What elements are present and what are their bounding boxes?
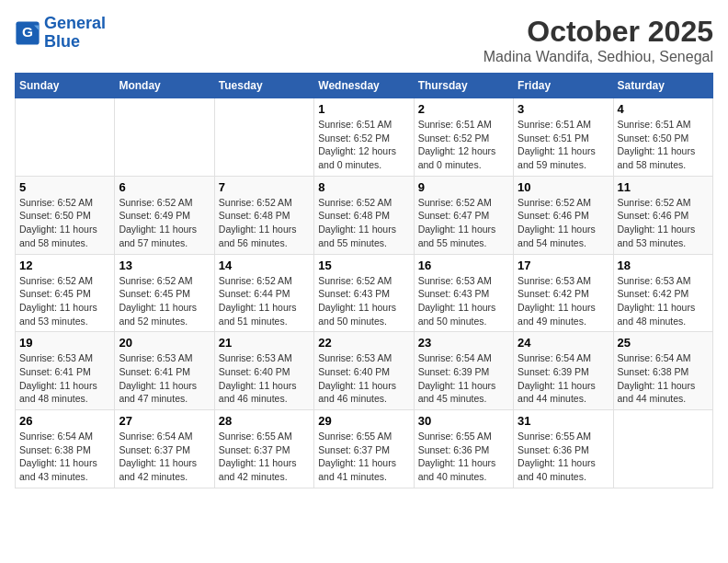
cell-day-number: 18	[618, 259, 709, 272]
cell-day-number: 13	[119, 259, 210, 272]
cell-info: Sunrise: 6:51 AM Sunset: 6:51 PM Dayligh…	[518, 118, 609, 172]
column-header-wednesday: Wednesday	[314, 74, 414, 98]
page-title: October 2025	[483, 15, 713, 49]
page-header: G General Blue October 2025 Madina Wandi…	[15, 15, 713, 65]
cell-day-number: 3	[518, 102, 609, 116]
column-header-tuesday: Tuesday	[214, 74, 313, 98]
calendar-week-row: 1Sunrise: 6:51 AM Sunset: 6:52 PM Daylig…	[16, 98, 713, 177]
cell-info: Sunrise: 6:52 AM Sunset: 6:45 PM Dayligh…	[19, 274, 110, 328]
calendar-cell: 30Sunrise: 6:55 AM Sunset: 6:36 PM Dayli…	[414, 410, 513, 488]
calendar-cell: 26Sunrise: 6:54 AM Sunset: 6:38 PM Dayli…	[16, 410, 115, 488]
cell-info: Sunrise: 6:52 AM Sunset: 6:46 PM Dayligh…	[518, 196, 609, 250]
cell-day-number: 31	[518, 414, 609, 428]
cell-day-number: 24	[518, 336, 609, 350]
cell-info: Sunrise: 6:52 AM Sunset: 6:47 PM Dayligh…	[418, 196, 509, 250]
calendar-cell: 17Sunrise: 6:53 AM Sunset: 6:42 PM Dayli…	[514, 254, 613, 332]
cell-info: Sunrise: 6:52 AM Sunset: 6:44 PM Dayligh…	[219, 274, 310, 328]
calendar-cell: 14Sunrise: 6:52 AM Sunset: 6:44 PM Dayli…	[214, 254, 313, 332]
cell-info: Sunrise: 6:55 AM Sunset: 6:36 PM Dayligh…	[518, 430, 609, 484]
cell-day-number: 28	[219, 414, 310, 428]
cell-info: Sunrise: 6:52 AM Sunset: 6:50 PM Dayligh…	[19, 196, 110, 250]
calendar-cell: 18Sunrise: 6:53 AM Sunset: 6:42 PM Dayli…	[613, 254, 712, 332]
cell-day-number: 4	[618, 102, 709, 116]
calendar-cell: 4Sunrise: 6:51 AM Sunset: 6:50 PM Daylig…	[613, 98, 712, 177]
calendar-cell: 31Sunrise: 6:55 AM Sunset: 6:36 PM Dayli…	[514, 410, 613, 488]
cell-day-number: 16	[418, 259, 509, 272]
cell-info: Sunrise: 6:51 AM Sunset: 6:52 PM Dayligh…	[318, 118, 409, 172]
cell-info: Sunrise: 6:54 AM Sunset: 6:38 PM Dayligh…	[19, 430, 110, 484]
cell-day-number: 6	[119, 180, 210, 194]
cell-info: Sunrise: 6:54 AM Sunset: 6:39 PM Dayligh…	[518, 351, 609, 406]
calendar-cell: 7Sunrise: 6:52 AM Sunset: 6:48 PM Daylig…	[214, 176, 313, 254]
calendar-cell: 15Sunrise: 6:52 AM Sunset: 6:43 PM Dayli…	[314, 254, 414, 332]
cell-day-number: 11	[618, 180, 709, 194]
logo: G General Blue	[15, 15, 106, 52]
logo-icon: G	[15, 20, 40, 46]
calendar-cell: 29Sunrise: 6:55 AM Sunset: 6:37 PM Dayli…	[314, 410, 414, 488]
calendar-cell: 20Sunrise: 6:53 AM Sunset: 6:41 PM Dayli…	[115, 332, 214, 410]
cell-info: Sunrise: 6:53 AM Sunset: 6:41 PM Dayligh…	[19, 351, 110, 406]
cell-info: Sunrise: 6:52 AM Sunset: 6:48 PM Dayligh…	[318, 196, 409, 250]
cell-day-number: 10	[518, 180, 609, 194]
cell-day-number: 15	[318, 259, 409, 272]
cell-day-number: 8	[318, 180, 409, 194]
cell-info: Sunrise: 6:54 AM Sunset: 6:39 PM Dayligh…	[418, 351, 509, 406]
calendar-cell: 22Sunrise: 6:53 AM Sunset: 6:40 PM Dayli…	[314, 332, 414, 410]
calendar-table: SundayMondayTuesdayWednesdayThursdayFrid…	[15, 73, 713, 488]
cell-info: Sunrise: 6:54 AM Sunset: 6:37 PM Dayligh…	[119, 430, 210, 484]
calendar-week-row: 12Sunrise: 6:52 AM Sunset: 6:45 PM Dayli…	[16, 254, 713, 332]
calendar-cell	[214, 98, 313, 177]
cell-day-number: 1	[318, 102, 409, 116]
column-header-thursday: Thursday	[414, 74, 513, 98]
title-block: October 2025 Madina Wandifa, Sedhiou, Se…	[483, 15, 713, 65]
calendar-cell: 16Sunrise: 6:53 AM Sunset: 6:43 PM Dayli…	[414, 254, 513, 332]
calendar-cell: 23Sunrise: 6:54 AM Sunset: 6:39 PM Dayli…	[414, 332, 513, 410]
calendar-cell: 1Sunrise: 6:51 AM Sunset: 6:52 PM Daylig…	[314, 98, 414, 177]
cell-info: Sunrise: 6:53 AM Sunset: 6:42 PM Dayligh…	[618, 274, 709, 328]
svg-text:G: G	[22, 24, 33, 40]
calendar-cell: 5Sunrise: 6:52 AM Sunset: 6:50 PM Daylig…	[16, 176, 115, 254]
cell-day-number: 5	[19, 180, 110, 194]
calendar-cell: 8Sunrise: 6:52 AM Sunset: 6:48 PM Daylig…	[314, 176, 414, 254]
calendar-week-row: 26Sunrise: 6:54 AM Sunset: 6:38 PM Dayli…	[16, 410, 713, 488]
cell-day-number: 29	[318, 414, 409, 428]
cell-info: Sunrise: 6:52 AM Sunset: 6:49 PM Dayligh…	[119, 196, 210, 250]
calendar-cell: 2Sunrise: 6:51 AM Sunset: 6:52 PM Daylig…	[414, 98, 513, 177]
cell-day-number: 20	[119, 336, 210, 350]
cell-info: Sunrise: 6:53 AM Sunset: 6:43 PM Dayligh…	[418, 274, 509, 328]
calendar-cell: 10Sunrise: 6:52 AM Sunset: 6:46 PM Dayli…	[514, 176, 613, 254]
cell-day-number: 7	[219, 180, 310, 194]
cell-day-number: 26	[19, 414, 110, 428]
calendar-cell: 24Sunrise: 6:54 AM Sunset: 6:39 PM Dayli…	[514, 332, 613, 410]
calendar-cell	[613, 410, 712, 488]
cell-day-number: 12	[19, 259, 110, 272]
calendar-cell	[115, 98, 214, 177]
cell-info: Sunrise: 6:52 AM Sunset: 6:43 PM Dayligh…	[318, 274, 409, 328]
cell-info: Sunrise: 6:55 AM Sunset: 6:37 PM Dayligh…	[219, 430, 310, 484]
cell-info: Sunrise: 6:53 AM Sunset: 6:40 PM Dayligh…	[219, 351, 310, 406]
calendar-cell: 25Sunrise: 6:54 AM Sunset: 6:38 PM Dayli…	[613, 332, 712, 410]
cell-day-number: 19	[19, 336, 110, 350]
calendar-cell: 13Sunrise: 6:52 AM Sunset: 6:45 PM Dayli…	[115, 254, 214, 332]
column-header-monday: Monday	[115, 74, 214, 98]
calendar-cell: 12Sunrise: 6:52 AM Sunset: 6:45 PM Dayli…	[16, 254, 115, 332]
calendar-cell	[16, 98, 115, 177]
cell-day-number: 25	[618, 336, 709, 350]
calendar-cell: 27Sunrise: 6:54 AM Sunset: 6:37 PM Dayli…	[115, 410, 214, 488]
logo-text: General Blue	[44, 15, 106, 52]
cell-info: Sunrise: 6:52 AM Sunset: 6:45 PM Dayligh…	[119, 274, 210, 328]
calendar-cell: 28Sunrise: 6:55 AM Sunset: 6:37 PM Dayli…	[214, 410, 313, 488]
column-header-saturday: Saturday	[613, 74, 712, 98]
cell-info: Sunrise: 6:52 AM Sunset: 6:48 PM Dayligh…	[219, 196, 310, 250]
cell-day-number: 23	[418, 336, 509, 350]
cell-info: Sunrise: 6:51 AM Sunset: 6:50 PM Dayligh…	[618, 118, 709, 172]
cell-day-number: 2	[418, 102, 509, 116]
cell-day-number: 21	[219, 336, 310, 350]
cell-info: Sunrise: 6:55 AM Sunset: 6:37 PM Dayligh…	[318, 430, 409, 484]
cell-info: Sunrise: 6:51 AM Sunset: 6:52 PM Dayligh…	[418, 118, 509, 172]
calendar-cell: 6Sunrise: 6:52 AM Sunset: 6:49 PM Daylig…	[115, 176, 214, 254]
cell-day-number: 22	[318, 336, 409, 350]
cell-info: Sunrise: 6:53 AM Sunset: 6:41 PM Dayligh…	[119, 351, 210, 406]
calendar-cell: 19Sunrise: 6:53 AM Sunset: 6:41 PM Dayli…	[16, 332, 115, 410]
calendar-cell: 21Sunrise: 6:53 AM Sunset: 6:40 PM Dayli…	[214, 332, 313, 410]
